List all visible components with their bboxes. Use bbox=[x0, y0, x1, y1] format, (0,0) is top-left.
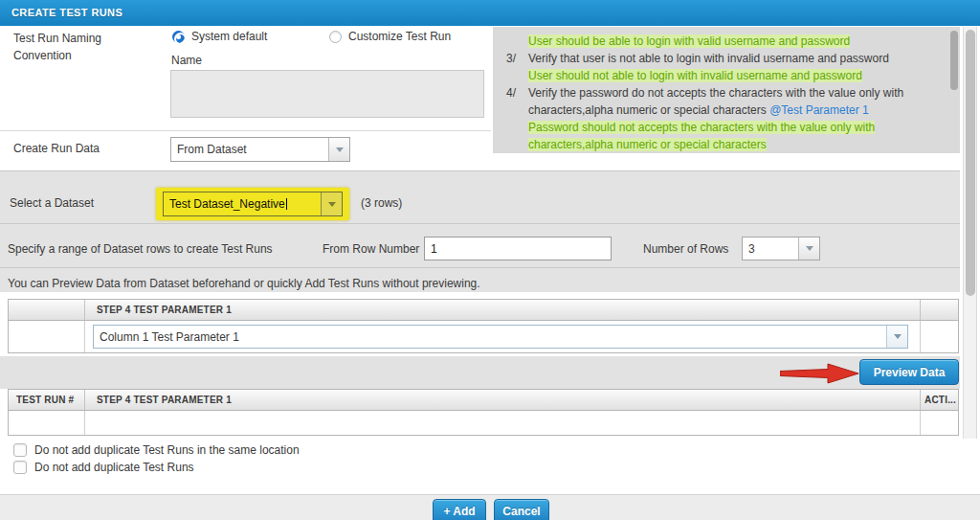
preview-data-button[interactable]: Preview Data bbox=[859, 359, 959, 385]
chevron-down-icon[interactable] bbox=[798, 237, 819, 260]
parameter-mapping-table: STEP 4 TEST PARAMETER 1 Column 1 Test Pa… bbox=[8, 299, 959, 353]
range-label: Specify a range of Dataset rows to creat… bbox=[8, 242, 273, 256]
header-actions-cell: ACTI... bbox=[920, 390, 958, 410]
step-result-line: User should be able to login with valid … bbox=[528, 33, 935, 50]
create-test-runs-dialog: CREATE TEST RUNS Test Run Naming Convent… bbox=[0, 0, 980, 520]
highlight-annotation: Test Dataset_Negative bbox=[156, 188, 349, 220]
naming-convention-label: Test Run Naming Convention bbox=[13, 30, 147, 64]
dialog-header: CREATE TEST RUNS bbox=[0, 0, 980, 26]
name-label: Name bbox=[171, 54, 202, 67]
red-arrow-annotation bbox=[780, 363, 860, 384]
from-row-label: From Row Number bbox=[323, 242, 419, 256]
step-line: 3/ Verify that user is not able to login… bbox=[528, 50, 935, 67]
header-parameter-cell: STEP 4 TEST PARAMETER 1 bbox=[85, 305, 920, 315]
checkbox-label: Do not add duplicate Test Runs bbox=[34, 461, 194, 474]
create-run-data-value: From Dataset bbox=[171, 138, 328, 161]
divider bbox=[0, 267, 960, 268]
divider bbox=[0, 223, 960, 224]
dataset-dropdown[interactable]: Test Dataset_Negative bbox=[163, 192, 343, 216]
step-result-line: User should not able to login with inval… bbox=[528, 67, 935, 84]
checkbox-duplicate-same-location[interactable]: Do not add duplicate Test Runs in the sa… bbox=[13, 443, 300, 457]
select-dataset-label: Select a Dataset bbox=[10, 196, 94, 210]
expected-result-text: Password should not accepts the characte… bbox=[528, 121, 875, 151]
page-scrollbar-thumb[interactable] bbox=[966, 30, 975, 296]
step-number: 4/ bbox=[506, 84, 516, 102]
test-steps-panel: User should be able to login with valid … bbox=[493, 27, 960, 153]
cancel-button[interactable]: Cancel bbox=[494, 499, 549, 520]
number-of-rows-value: 3 bbox=[743, 237, 798, 260]
table-row: Column 1 Test Parameter 1 bbox=[9, 321, 958, 352]
chevron-down-icon[interactable] bbox=[321, 192, 342, 215]
text-cursor bbox=[286, 198, 287, 210]
step-number: 3/ bbox=[506, 50, 516, 67]
preview-strip: Preview Data bbox=[0, 356, 960, 389]
chevron-down-icon[interactable] bbox=[328, 138, 349, 161]
expected-result-text: User should not able to login with inval… bbox=[528, 69, 862, 82]
chevron-down-icon[interactable] bbox=[886, 326, 907, 348]
column-mapping-dropdown[interactable]: Column 1 Test Parameter 1 bbox=[93, 325, 908, 349]
dataset-dropdown-value: Test Dataset_Negative bbox=[164, 192, 321, 215]
checkbox-icon[interactable] bbox=[13, 443, 27, 457]
test-runs-table: TEST RUN # STEP 4 TEST PARAMETER 1 ACTI.… bbox=[8, 389, 959, 436]
name-input[interactable] bbox=[170, 70, 484, 118]
radio-customize-test-run[interactable]: Customize Test Run bbox=[329, 30, 451, 43]
create-run-data-dropdown[interactable]: From Dataset bbox=[170, 137, 350, 162]
row-right-cell bbox=[920, 321, 958, 352]
dialog-footer: + Add Cancel bbox=[0, 494, 980, 520]
table-row-empty bbox=[9, 411, 958, 435]
checkbox-label: Do not add duplicate Test Runs in the sa… bbox=[34, 443, 300, 457]
radio-selected-icon[interactable] bbox=[172, 31, 185, 43]
table-header-row: TEST RUN # STEP 4 TEST PARAMETER 1 ACTI.… bbox=[9, 390, 958, 411]
divider bbox=[0, 130, 491, 131]
step-result-line: Password should not accepts the characte… bbox=[528, 119, 935, 153]
dialog-title: CREATE TEST RUNS bbox=[11, 0, 122, 26]
table-header-row: STEP 4 TEST PARAMETER 1 bbox=[9, 300, 958, 321]
number-of-rows-label: Number of Rows bbox=[643, 242, 728, 256]
radio-system-default[interactable]: System default bbox=[172, 30, 267, 43]
checkbox-duplicate-runs[interactable]: Do not add duplicate Test Runs bbox=[13, 461, 194, 474]
header-parameter-cell: STEP 4 TEST PARAMETER 1 bbox=[85, 395, 920, 405]
number-of-rows-dropdown[interactable]: 3 bbox=[742, 237, 820, 260]
header-empty-cell bbox=[9, 300, 85, 320]
preview-hint-text: You can Preview Data from Dataset before… bbox=[8, 277, 480, 290]
header-test-run-cell: TEST RUN # bbox=[9, 390, 85, 410]
row-parameter-cell: Column 1 Test Parameter 1 bbox=[85, 321, 920, 352]
step-description-text: Verify that user is not able to login wi… bbox=[528, 52, 889, 65]
radio-customize-label: Customize Test Run bbox=[348, 30, 451, 43]
create-run-data-label: Create Run Data bbox=[13, 142, 100, 155]
header-right-cell bbox=[920, 300, 958, 320]
test-parameter-link[interactable]: @Test Parameter 1 bbox=[769, 103, 869, 117]
row-empty-cell bbox=[9, 321, 85, 352]
step-line: 4/ Verify the password do not accepts th… bbox=[528, 84, 935, 119]
dataset-rows-count: (3 rows) bbox=[361, 196, 402, 210]
dataset-section: Select a Dataset Test Dataset_Negative (… bbox=[0, 170, 960, 292]
radio-system-default-label: System default bbox=[191, 30, 267, 43]
page-scrollbar[interactable] bbox=[963, 27, 977, 439]
from-row-input[interactable] bbox=[424, 237, 612, 260]
panel-scrollbar-thumb[interactable] bbox=[950, 31, 958, 90]
add-button[interactable]: + Add bbox=[433, 499, 486, 520]
radio-unselected-icon[interactable] bbox=[329, 31, 342, 43]
column-mapping-value: Column 1 Test Parameter 1 bbox=[94, 326, 886, 348]
expected-result-text: User should be able to login with valid … bbox=[528, 34, 850, 48]
checkbox-icon[interactable] bbox=[13, 461, 27, 474]
